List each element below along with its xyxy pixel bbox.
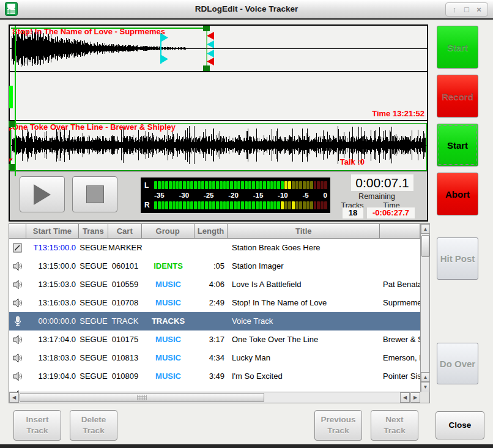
meter-segment [295, 201, 298, 209]
meter-segment [216, 181, 219, 189]
column-header-title[interactable]: Title [228, 224, 380, 239]
meter-segment [201, 181, 204, 189]
column-header-cart[interactable]: Cart [108, 224, 142, 239]
meter-segment [230, 181, 233, 189]
meter-segment [234, 181, 237, 189]
meter-segment [212, 181, 215, 189]
maximize-button[interactable]: □ [461, 5, 473, 14]
meter-scale-label: -35 [154, 192, 165, 199]
log-row[interactable]: 13:16:03.0SEGUE010708MUSIC2:49Stop! In T… [9, 294, 420, 312]
meter-segment [172, 201, 176, 209]
log-row[interactable]: 13:15:03.0SEGUE010559MUSIC4:06Love Is A … [9, 275, 420, 294]
log-row[interactable]: 13:17:04.0SEGUE010175MUSIC3:17One Toke O… [9, 330, 420, 349]
meter-segment [248, 201, 251, 209]
cell-start-time: 13:15:03.0 [26, 275, 79, 294]
meter-segment [154, 181, 157, 189]
cell-icon [9, 330, 26, 349]
meter-segment [259, 201, 262, 209]
deck1-cart-title: Stop! In The Name of Love - Suprmemes [12, 27, 165, 36]
cell-artist [380, 239, 420, 257]
meter-segment [223, 181, 226, 189]
cell-length: 4:06 [195, 275, 228, 294]
abort-button[interactable]: Abort [437, 173, 478, 215]
vertical-scroll-thumb[interactable] [421, 235, 429, 257]
meter-segment [248, 181, 251, 189]
waveform-pane-previous-cart[interactable]: Stop! In The Name of Love - Suprmemes [9, 24, 428, 72]
titlebar[interactable]: RDLogEdit - Voice Tracker ↑□× [0, 0, 493, 20]
meter-segment [158, 181, 161, 189]
column-header-start-time[interactable]: Start Time [26, 224, 79, 239]
track-start-handle[interactable] [9, 121, 15, 127]
meter-segment [237, 181, 240, 189]
vertical-scrollbar[interactable]: ▲ ▲ ▼ [420, 224, 429, 393]
column-header-artist[interactable] [380, 224, 420, 239]
shade-button[interactable]: ↑ [448, 5, 461, 14]
meter-segment [284, 201, 287, 209]
stop-button[interactable] [72, 176, 117, 212]
log-row[interactable]: 13:15:00.0SEGUE060101IDENTS:05Station Im… [9, 257, 420, 275]
scroll-left-button-2[interactable]: ◀ [400, 392, 410, 403]
cell-artist: Pointer Sist [380, 367, 420, 386]
meter-segment [295, 181, 298, 189]
stop-icon [86, 185, 104, 203]
column-header-length[interactable]: Length [195, 224, 228, 239]
meter-segment [270, 181, 273, 189]
meter-scale-label: -20 [228, 192, 239, 199]
meter-scale: -35-30-25-20-15-10-50 [154, 190, 327, 200]
close-button[interactable]: × [473, 5, 485, 14]
cell-group: MUSIC [142, 294, 195, 312]
scrollbar-corner [420, 392, 429, 403]
hit-post-button: Hit Post [437, 237, 478, 280]
column-header-group[interactable]: Group [142, 224, 195, 239]
meter-segment [288, 201, 291, 209]
log-row[interactable]: T13:15:00.0SEGUEMARKERStation Break Goes… [9, 239, 420, 257]
meter-segment [169, 181, 172, 189]
remaining-label: Remaining [340, 192, 413, 201]
meter-segment [273, 181, 276, 189]
column-header-trans[interactable]: Trans [79, 224, 108, 239]
meter-segment [324, 201, 327, 209]
horizontal-scrollbar[interactable]: ◀ ◀ ▶ [9, 392, 420, 403]
thumb-grip [137, 395, 147, 400]
scroll-right-button[interactable]: ▶ [410, 392, 420, 403]
cell-trans: SEGUE [79, 312, 108, 330]
scroll-down-button[interactable]: ▼ [421, 382, 430, 392]
fade-marker-icon [9, 128, 13, 131]
horizontal-scroll-thumb[interactable] [20, 393, 264, 402]
scroll-up-button-2[interactable]: ▲ [421, 372, 430, 382]
cell-group: MUSIC [142, 349, 195, 367]
remaining-tracks-value: 18 [343, 207, 363, 218]
log-row[interactable]: 00:00:00.0SEGUETRACKTRACKSVoice Track [9, 312, 420, 330]
log-table: Start TimeTransCartGroupLengthTitle T13:… [9, 223, 430, 403]
cell-start-time: 13:17:04.0 [26, 330, 79, 349]
speaker-icon [12, 279, 23, 290]
log-row[interactable]: 13:18:03.0SEGUE010813MUSIC4:34Lucky ManE… [9, 349, 420, 367]
play-button[interactable] [20, 176, 65, 212]
meter-segment [252, 201, 255, 209]
log-row[interactable]: 13:19:04.0SEGUE010809MUSIC3:49I'm So Exc… [9, 367, 420, 386]
meter-scale-label: -5 [303, 192, 309, 199]
meter-left-label: L [144, 181, 153, 190]
track-end-handle[interactable] [9, 164, 15, 170]
meter-segment [209, 201, 212, 209]
meter-segment [252, 181, 255, 189]
column-header-icon[interactable] [9, 224, 26, 239]
scroll-up-button[interactable]: ▲ [421, 224, 430, 234]
meter-segment [306, 181, 310, 189]
meter-segment [161, 201, 165, 209]
start-2-button[interactable]: Start [437, 124, 478, 166]
meter-segment [158, 201, 161, 209]
meter-segment [183, 181, 186, 189]
waveform-pane-voice-track[interactable]: Time 13:21:52 [9, 72, 428, 121]
scroll-left-button[interactable]: ◀ [9, 392, 19, 403]
cell-length: 4:34 [195, 349, 228, 367]
cell-title: Voice Track [228, 312, 380, 330]
cell-trans: SEGUE [79, 367, 108, 386]
meter-segment [263, 201, 266, 209]
speaker-icon [12, 297, 23, 308]
cell-group [142, 239, 195, 257]
meter-segment [314, 181, 317, 189]
elapsed-timer: 0:00:07.1 [351, 174, 413, 191]
close-button[interactable]: Close [436, 411, 484, 439]
cell-start-time: 13:18:03.0 [26, 349, 79, 367]
